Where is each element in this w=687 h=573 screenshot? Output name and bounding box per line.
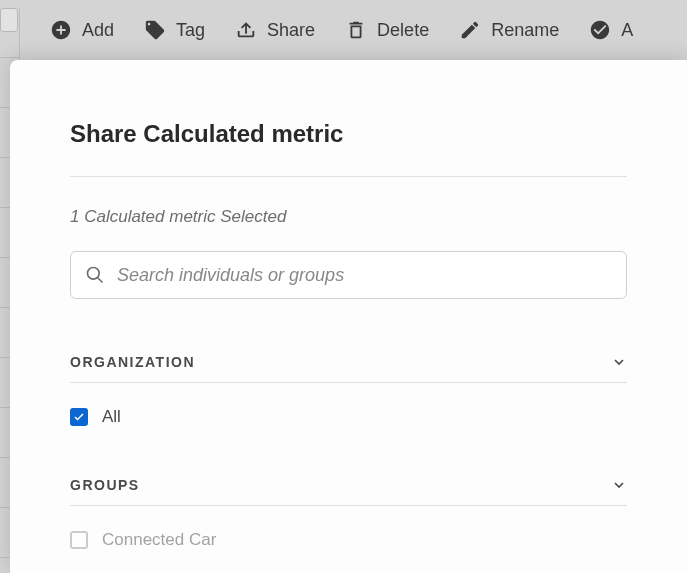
approve-button[interactable]: A bbox=[589, 19, 633, 41]
checkbox-item-all[interactable]: All bbox=[70, 407, 627, 427]
add-button[interactable]: Add bbox=[50, 19, 114, 41]
share-modal: Share Calculated metric 1 Calculated met… bbox=[10, 60, 687, 573]
plus-circle-icon bbox=[50, 19, 72, 41]
chevron-down-icon bbox=[611, 354, 627, 370]
pencil-icon bbox=[459, 19, 481, 41]
svg-point-0 bbox=[88, 268, 100, 280]
svg-line-1 bbox=[98, 278, 103, 283]
selection-count: 1 Calculated metric Selected bbox=[70, 207, 627, 227]
add-label: Add bbox=[82, 20, 114, 41]
delete-button[interactable]: Delete bbox=[345, 19, 429, 41]
trash-icon bbox=[345, 19, 367, 41]
share-icon bbox=[235, 19, 257, 41]
search-icon bbox=[85, 265, 105, 285]
divider bbox=[70, 176, 627, 177]
groups-header[interactable]: GROUPS bbox=[70, 477, 627, 506]
chevron-down-icon bbox=[611, 477, 627, 493]
share-label: Share bbox=[267, 20, 315, 41]
groups-section: GROUPS Connected Car bbox=[70, 477, 627, 550]
checkbox-label: All bbox=[102, 407, 121, 427]
delete-label: Delete bbox=[377, 20, 429, 41]
share-button[interactable]: Share bbox=[235, 19, 315, 41]
checkbox-checked[interactable] bbox=[70, 408, 88, 426]
groups-title: GROUPS bbox=[70, 477, 140, 493]
search-input[interactable] bbox=[117, 265, 612, 286]
checkbox-unchecked[interactable] bbox=[70, 531, 88, 549]
organization-section: ORGANIZATION All bbox=[70, 354, 627, 427]
rename-button[interactable]: Rename bbox=[459, 19, 559, 41]
checkbox-label: Connected Car bbox=[102, 530, 216, 550]
tag-button[interactable]: Tag bbox=[144, 19, 205, 41]
action-toolbar: Add Tag Share Delete Rename A bbox=[0, 0, 687, 60]
search-box[interactable] bbox=[70, 251, 627, 299]
modal-title: Share Calculated metric bbox=[70, 120, 627, 148]
organization-header[interactable]: ORGANIZATION bbox=[70, 354, 627, 383]
check-circle-icon bbox=[589, 19, 611, 41]
checkbox-item-connected-car[interactable]: Connected Car bbox=[70, 530, 627, 550]
approve-label: A bbox=[621, 20, 633, 41]
organization-title: ORGANIZATION bbox=[70, 354, 195, 370]
tag-icon bbox=[144, 19, 166, 41]
tag-label: Tag bbox=[176, 20, 205, 41]
rename-label: Rename bbox=[491, 20, 559, 41]
